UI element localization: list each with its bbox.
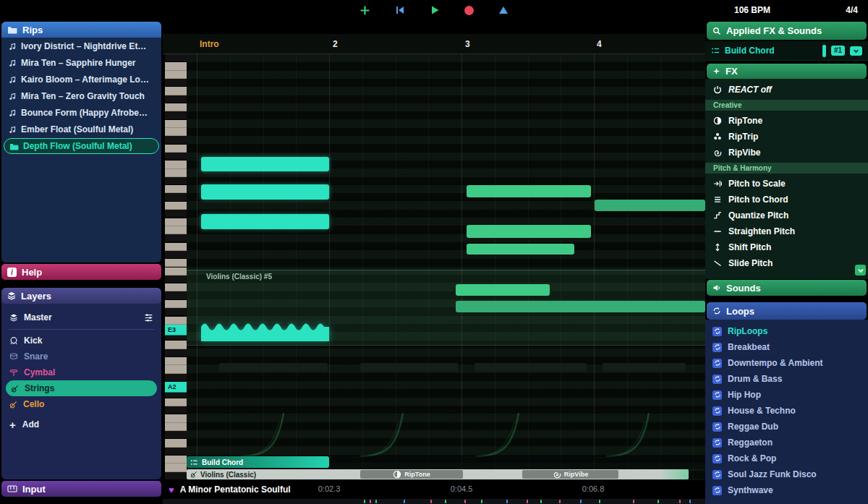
piano-key-F4[interactable]: [165, 218, 187, 226]
record-button[interactable]: [464, 6, 474, 15]
fx-scroll-down-button[interactable]: [855, 265, 866, 276]
fx-item[interactable]: Slide Pitch: [705, 255, 868, 271]
master-row[interactable]: Master: [4, 309, 158, 325]
piano-key-A#5[interactable]: [165, 79, 187, 87]
rip-item[interactable]: Mira Ten – Sapphire Hunger: [4, 55, 159, 71]
note[interactable]: [467, 225, 591, 238]
piano-key-E5[interactable]: [165, 128, 187, 136]
fx-item[interactable]: RipVibe: [705, 145, 868, 161]
piano-key-G#3[interactable]: [165, 292, 187, 300]
loop-category[interactable]: Reggae Dub: [705, 419, 868, 435]
piano-key-A4[interactable]: [165, 185, 187, 193]
piano-key-D5[interactable]: [165, 145, 187, 153]
piano-key-C#5[interactable]: [165, 153, 187, 161]
sounds-header[interactable]: Sounds: [707, 280, 867, 296]
piano-key-G2[interactable]: [165, 398, 187, 406]
layer-item-cymbal[interactable]: Cymbal: [4, 364, 158, 380]
piano-key-B1[interactable]: [165, 464, 187, 471]
layer-item-kick[interactable]: Kick: [4, 333, 158, 349]
piano-key-A#4[interactable]: [165, 177, 187, 185]
fx-item[interactable]: Straighten Pitch: [705, 223, 868, 239]
note-vibrato[interactable]: [201, 320, 329, 341]
piano-key-C2[interactable]: [165, 456, 187, 464]
piano-key-E3[interactable]: E3: [165, 325, 187, 336]
note[interactable]: [467, 185, 591, 197]
fx-level-indicator[interactable]: [822, 45, 826, 57]
piano-key-C3[interactable]: [165, 357, 187, 365]
piano-key-G5[interactable]: [165, 103, 187, 111]
layer-item-cello[interactable]: Cello: [4, 396, 158, 412]
piano-key-F#3[interactable]: [165, 308, 187, 316]
piano-key-A#1[interactable]: [165, 472, 187, 480]
piano-key-F3[interactable]: [165, 317, 187, 325]
piano-key-G4[interactable]: [165, 202, 187, 210]
heart-icon[interactable]: ♥: [169, 485, 174, 495]
publish-button[interactable]: [498, 5, 509, 15]
rip-item[interactable]: Bounce Form (Happy Afrobe…: [4, 105, 159, 121]
fx-item[interactable]: Pitch to Scale: [705, 176, 868, 192]
piano-key-B4[interactable]: [165, 169, 187, 177]
rips-header[interactable]: Rips: [1, 22, 161, 38]
help-header[interactable]: i Help: [1, 264, 161, 280]
fx-item[interactable]: RipTrip: [705, 129, 868, 145]
loop-category[interactable]: Reggaeton: [705, 435, 868, 450]
section-marker[interactable]: Intro: [200, 39, 219, 49]
piano-key-B3[interactable]: [165, 268, 187, 276]
loop-category[interactable]: Downtempo & Ambient: [705, 355, 868, 371]
clip-fx-segment[interactable]: RipVibe: [522, 470, 618, 479]
piano-key-A5[interactable]: [165, 87, 187, 95]
piano-key-C4[interactable]: [165, 259, 187, 267]
note[interactable]: [467, 244, 574, 255]
fx-item[interactable]: Quantize Pitch: [705, 208, 868, 223]
time-signature-display[interactable]: 4/4: [846, 5, 858, 15]
note[interactable]: [201, 214, 329, 229]
mixer-icon[interactable]: [144, 313, 153, 323]
loop-category[interactable]: House & Techno: [705, 403, 868, 419]
input-header[interactable]: Input: [1, 481, 161, 497]
play-button[interactable]: [430, 5, 440, 15]
note[interactable]: [201, 184, 329, 200]
loop-category[interactable]: Hip Hop: [705, 387, 868, 403]
piano-key-E2[interactable]: [165, 423, 187, 431]
piano-key-D#2[interactable]: [165, 431, 187, 439]
note[interactable]: [456, 284, 550, 296]
piano-key-D3[interactable]: [165, 341, 187, 349]
piano-key-C#2[interactable]: [165, 448, 187, 456]
piano-key-C#4[interactable]: [165, 251, 187, 259]
piano-key-C5[interactable]: [165, 161, 187, 168]
piano-key-D4[interactable]: [165, 243, 187, 251]
applied-fx-header[interactable]: Applied FX & Sounds: [707, 22, 867, 40]
applied-fx-item[interactable]: Build Chord #1: [705, 41, 868, 61]
piano-key-B5[interactable]: [165, 71, 187, 79]
loop-category[interactable]: Soul Jazz Funk Disco: [705, 466, 868, 482]
layers-header[interactable]: Layers: [1, 288, 161, 304]
piano-key-C#6[interactable]: [165, 54, 187, 62]
piano-key-C#3[interactable]: [165, 349, 187, 357]
piano-key-F#5[interactable]: [165, 111, 187, 119]
rip-item[interactable]: Ember Float (Soulful Metal): [4, 121, 159, 137]
loops-header[interactable]: Loops: [707, 302, 867, 320]
piano-key-F2[interactable]: [165, 414, 187, 422]
piano-key-F#2[interactable]: [165, 406, 187, 414]
loop-category[interactable]: Breakbeat: [705, 339, 868, 355]
piano-key-A#3[interactable]: [165, 276, 187, 283]
loop-category[interactable]: Drum & Bass: [705, 371, 868, 387]
scale-label[interactable]: A Minor Pentatonic Soulful: [180, 484, 291, 495]
piano-key-B2[interactable]: [165, 365, 187, 373]
loop-category[interactable]: RipLoops: [705, 323, 868, 339]
layer-item-strings[interactable]: Strings: [6, 380, 157, 396]
layer-item-snare[interactable]: Snare: [4, 349, 158, 364]
note[interactable]: [456, 301, 705, 312]
piano-key-F5[interactable]: [165, 120, 187, 128]
fx-item[interactable]: Pitch to Chord: [705, 192, 868, 208]
piano-key-D#4[interactable]: [165, 234, 187, 242]
note[interactable]: [595, 200, 705, 211]
piano-key-G#5[interactable]: [165, 95, 187, 103]
rip-item[interactable]: Depth Flow (Soulful Metal): [4, 138, 159, 154]
piano-key-D2[interactable]: [165, 439, 187, 447]
note-grid[interactable]: Violins (Classic) #5: [187, 54, 705, 480]
piano-key-F#4[interactable]: [165, 210, 187, 218]
add-layer-button[interactable]: + Add: [1, 417, 161, 432]
loop-category[interactable]: Rock & Pop: [705, 450, 868, 466]
fx-header[interactable]: FX: [707, 64, 867, 79]
